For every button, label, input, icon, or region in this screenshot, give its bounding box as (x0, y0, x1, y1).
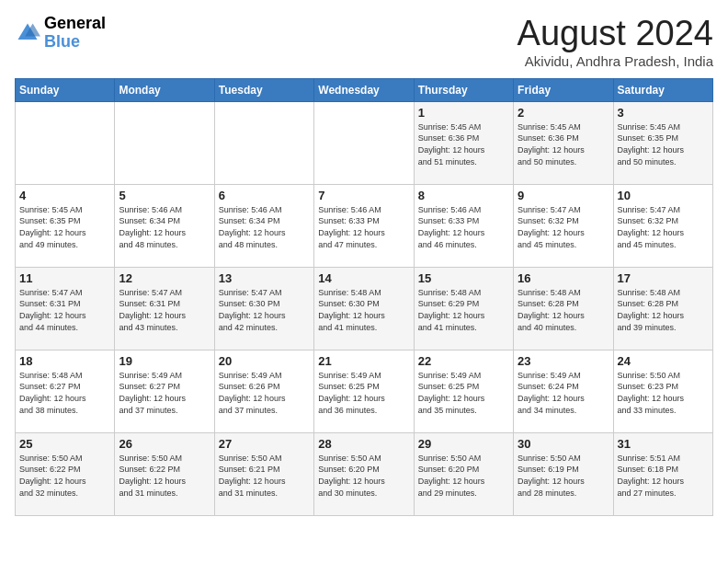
day-info: Sunrise: 5:50 AM Sunset: 6:20 PM Dayligh… (418, 453, 509, 499)
calendar-cell: 26Sunrise: 5:50 AM Sunset: 6:22 PM Dayli… (115, 432, 214, 515)
day-number: 5 (119, 189, 210, 202)
day-number: 9 (518, 189, 609, 202)
day-number: 20 (219, 354, 310, 368)
day-info: Sunrise: 5:46 AM Sunset: 6:34 PM Dayligh… (119, 204, 210, 250)
logo-icon (15, 20, 40, 46)
calendar-cell: 4Sunrise: 5:45 AM Sunset: 6:35 PM Daylig… (16, 184, 115, 267)
calendar-title: August 2024 (518, 15, 713, 53)
day-number: 10 (618, 189, 709, 202)
calendar-cell: 1Sunrise: 5:45 AM Sunset: 6:36 PM Daylig… (414, 101, 513, 184)
day-number: 27 (219, 437, 310, 451)
day-number: 18 (19, 354, 110, 368)
header: GeneralBlue August 2024 Akividu, Andhra … (15, 15, 713, 69)
calendar-cell: 21Sunrise: 5:49 AM Sunset: 6:25 PM Dayli… (314, 350, 414, 432)
day-number: 31 (618, 437, 709, 451)
calendar-cell: 11Sunrise: 5:47 AM Sunset: 6:31 PM Dayli… (16, 267, 115, 350)
day-number: 16 (518, 271, 609, 285)
calendar-cell: 25Sunrise: 5:50 AM Sunset: 6:22 PM Dayli… (16, 432, 115, 515)
calendar-cell (16, 101, 115, 184)
day-info: Sunrise: 5:47 AM Sunset: 6:32 PM Dayligh… (518, 204, 609, 250)
calendar-cell: 30Sunrise: 5:50 AM Sunset: 6:19 PM Dayli… (514, 432, 613, 515)
calendar-cell: 13Sunrise: 5:47 AM Sunset: 6:30 PM Dayli… (214, 267, 313, 350)
day-info: Sunrise: 5:47 AM Sunset: 6:32 PM Dayligh… (618, 204, 709, 250)
day-number: 24 (618, 354, 709, 368)
calendar-cell: 5Sunrise: 5:46 AM Sunset: 6:34 PM Daylig… (115, 184, 214, 267)
day-info: Sunrise: 5:49 AM Sunset: 6:25 PM Dayligh… (418, 370, 509, 416)
calendar-cell: 20Sunrise: 5:49 AM Sunset: 6:26 PM Dayli… (214, 350, 313, 432)
day-number: 6 (219, 189, 310, 202)
day-info: Sunrise: 5:48 AM Sunset: 6:28 PM Dayligh… (518, 287, 609, 333)
header-day-wednesday: Wednesday (314, 78, 414, 101)
day-number: 28 (318, 437, 409, 451)
day-number: 2 (518, 106, 609, 120)
day-number: 25 (19, 437, 110, 451)
calendar-cell: 29Sunrise: 5:50 AM Sunset: 6:20 PM Dayli… (414, 432, 513, 515)
week-row-1: 1Sunrise: 5:45 AM Sunset: 6:36 PM Daylig… (16, 101, 713, 184)
calendar-cell: 8Sunrise: 5:46 AM Sunset: 6:33 PM Daylig… (414, 184, 513, 267)
day-info: Sunrise: 5:51 AM Sunset: 6:18 PM Dayligh… (618, 453, 709, 499)
day-number: 11 (19, 271, 110, 285)
day-number: 13 (219, 271, 310, 285)
calendar-cell: 19Sunrise: 5:49 AM Sunset: 6:27 PM Dayli… (115, 350, 214, 432)
calendar-cell: 2Sunrise: 5:45 AM Sunset: 6:36 PM Daylig… (514, 101, 613, 184)
day-number: 30 (518, 437, 609, 451)
calendar-cell: 10Sunrise: 5:47 AM Sunset: 6:32 PM Dayli… (613, 184, 712, 267)
calendar-cell: 23Sunrise: 5:49 AM Sunset: 6:24 PM Dayli… (514, 350, 613, 432)
day-info: Sunrise: 5:50 AM Sunset: 6:21 PM Dayligh… (219, 453, 310, 499)
calendar-subtitle: Akividu, Andhra Pradesh, India (518, 53, 713, 69)
header-day-thursday: Thursday (414, 78, 513, 101)
day-info: Sunrise: 5:48 AM Sunset: 6:29 PM Dayligh… (418, 287, 509, 333)
day-number: 23 (518, 354, 609, 368)
header-day-friday: Friday (514, 78, 613, 101)
calendar-cell: 27Sunrise: 5:50 AM Sunset: 6:21 PM Dayli… (214, 432, 313, 515)
calendar-cell (314, 101, 414, 184)
day-info: Sunrise: 5:46 AM Sunset: 6:34 PM Dayligh… (219, 204, 310, 250)
calendar-cell: 28Sunrise: 5:50 AM Sunset: 6:20 PM Dayli… (314, 432, 414, 515)
day-number: 7 (318, 189, 409, 202)
day-info: Sunrise: 5:46 AM Sunset: 6:33 PM Dayligh… (318, 204, 409, 250)
day-info: Sunrise: 5:45 AM Sunset: 6:36 PM Dayligh… (418, 121, 509, 167)
day-number: 12 (119, 271, 210, 285)
day-info: Sunrise: 5:49 AM Sunset: 6:25 PM Dayligh… (318, 370, 409, 416)
day-info: Sunrise: 5:45 AM Sunset: 6:35 PM Dayligh… (19, 204, 110, 250)
day-info: Sunrise: 5:48 AM Sunset: 6:30 PM Dayligh… (318, 287, 409, 333)
calendar-cell: 7Sunrise: 5:46 AM Sunset: 6:33 PM Daylig… (314, 184, 414, 267)
day-info: Sunrise: 5:50 AM Sunset: 6:22 PM Dayligh… (119, 453, 210, 499)
day-info: Sunrise: 5:49 AM Sunset: 6:26 PM Dayligh… (219, 370, 310, 416)
header-day-sunday: Sunday (16, 78, 115, 101)
day-info: Sunrise: 5:47 AM Sunset: 6:30 PM Dayligh… (219, 287, 310, 333)
calendar-cell: 16Sunrise: 5:48 AM Sunset: 6:28 PM Dayli… (514, 267, 613, 350)
day-info: Sunrise: 5:50 AM Sunset: 6:23 PM Dayligh… (618, 370, 709, 416)
logo: GeneralBlue (15, 15, 106, 52)
calendar-cell (115, 101, 214, 184)
week-row-4: 18Sunrise: 5:48 AM Sunset: 6:27 PM Dayli… (16, 350, 713, 432)
day-info: Sunrise: 5:50 AM Sunset: 6:20 PM Dayligh… (318, 453, 409, 499)
day-info: Sunrise: 5:50 AM Sunset: 6:19 PM Dayligh… (518, 453, 609, 499)
day-number: 3 (618, 106, 709, 120)
title-area: August 2024 Akividu, Andhra Pradesh, Ind… (518, 15, 713, 69)
calendar-cell: 22Sunrise: 5:49 AM Sunset: 6:25 PM Dayli… (414, 350, 513, 432)
calendar-cell: 12Sunrise: 5:47 AM Sunset: 6:31 PM Dayli… (115, 267, 214, 350)
day-info: Sunrise: 5:46 AM Sunset: 6:33 PM Dayligh… (418, 204, 509, 250)
calendar-header: SundayMondayTuesdayWednesdayThursdayFrid… (16, 78, 713, 101)
logo-text: GeneralBlue (44, 15, 106, 52)
calendar-cell: 15Sunrise: 5:48 AM Sunset: 6:29 PM Dayli… (414, 267, 513, 350)
day-number: 4 (19, 189, 110, 202)
day-number: 19 (119, 354, 210, 368)
header-row: SundayMondayTuesdayWednesdayThursdayFrid… (16, 78, 713, 101)
day-number: 22 (418, 354, 509, 368)
calendar-cell: 31Sunrise: 5:51 AM Sunset: 6:18 PM Dayli… (613, 432, 712, 515)
day-info: Sunrise: 5:49 AM Sunset: 6:27 PM Dayligh… (119, 370, 210, 416)
day-info: Sunrise: 5:48 AM Sunset: 6:28 PM Dayligh… (618, 287, 709, 333)
calendar-cell: 24Sunrise: 5:50 AM Sunset: 6:23 PM Dayli… (613, 350, 712, 432)
day-info: Sunrise: 5:45 AM Sunset: 6:35 PM Dayligh… (618, 121, 709, 167)
calendar-table: SundayMondayTuesdayWednesdayThursdayFrid… (15, 78, 713, 516)
header-day-tuesday: Tuesday (214, 78, 313, 101)
day-info: Sunrise: 5:45 AM Sunset: 6:36 PM Dayligh… (518, 121, 609, 167)
calendar-cell: 14Sunrise: 5:48 AM Sunset: 6:30 PM Dayli… (314, 267, 414, 350)
day-number: 29 (418, 437, 509, 451)
week-row-2: 4Sunrise: 5:45 AM Sunset: 6:35 PM Daylig… (16, 184, 713, 267)
calendar-cell: 6Sunrise: 5:46 AM Sunset: 6:34 PM Daylig… (214, 184, 313, 267)
day-number: 17 (618, 271, 709, 285)
day-number: 14 (318, 271, 409, 285)
